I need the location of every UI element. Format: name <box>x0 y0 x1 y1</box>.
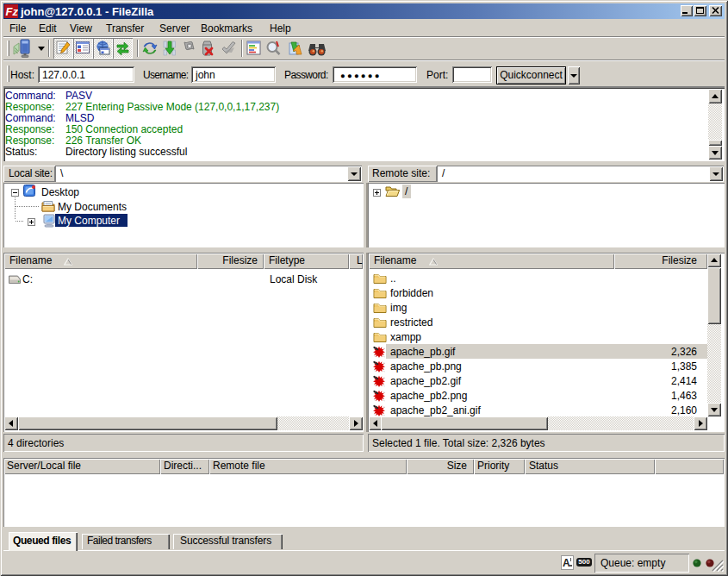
svg-text:Fz: Fz <box>6 5 19 18</box>
